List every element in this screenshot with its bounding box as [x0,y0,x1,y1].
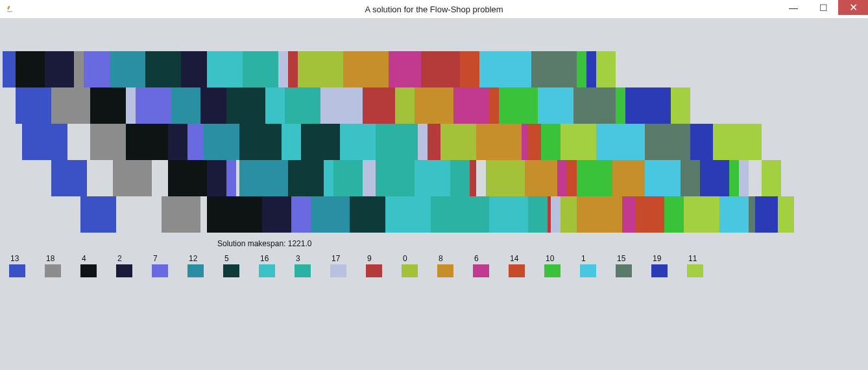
legend-swatch [152,264,168,277]
legend-swatch [116,264,132,277]
minimize-button[interactable]: — [778,0,808,15]
legend-label: 15 [616,254,632,263]
legend-item: 17 [330,254,346,277]
job-block [749,196,755,233]
legend-label: 14 [509,254,525,263]
job-block [415,160,450,196]
legend-swatch [187,264,204,277]
job-block [265,87,285,124]
job-block [243,51,278,87]
job-block [278,51,288,87]
legend-item: 14 [509,254,525,277]
job-block [528,196,548,233]
job-block [499,87,538,124]
job-block [431,196,489,233]
job-block [421,51,460,87]
legend-label: 19 [651,254,668,263]
job-block [90,87,126,124]
legend-item: 5 [223,254,239,277]
job-block [440,124,476,160]
legend-item: 10 [544,254,561,277]
window-titlebar: A solution for the Flow-Shop problem — ☐… [0,0,868,19]
job-block [113,160,152,196]
job-block [226,160,236,196]
legend: 131842712516317908614101151911 [9,254,859,277]
status-text: Solution makespan: 1221.0 [217,239,311,248]
job-block [460,51,479,87]
maximize-button[interactable]: ☐ [808,0,838,15]
job-block [16,87,51,124]
legend-label: 18 [45,254,61,263]
legend-label: 4 [80,254,97,263]
job-block [324,160,333,196]
job-block [288,51,298,87]
job-block [90,124,126,160]
legend-label: 13 [9,254,25,263]
job-block [350,196,385,233]
job-block [333,160,363,196]
close-button[interactable]: ✕ [838,0,868,15]
legend-swatch [544,264,561,277]
job-block [577,160,612,196]
legend-swatch [259,264,275,277]
legend-swatch [437,264,453,277]
job-block [239,160,288,196]
job-block [207,51,243,87]
legend-label: 17 [330,254,346,263]
job-block [239,124,282,160]
machine-row [3,160,794,196]
job-block [200,87,226,124]
legend-item: 16 [259,254,275,277]
job-block [616,87,625,124]
job-block [664,196,684,233]
legend-item: 9 [366,254,382,277]
job-block [187,124,204,160]
job-block [363,160,376,196]
job-block [288,160,324,196]
job-block [428,124,440,160]
job-block [577,51,586,87]
legend-label: 7 [152,254,168,263]
legend-swatch [223,264,239,277]
job-block [586,51,596,87]
job-block [301,124,340,160]
job-block [415,87,453,124]
legend-label: 11 [687,254,703,263]
machine-row [3,196,794,233]
job-block [311,196,350,233]
legend-label: 1 [580,254,596,263]
job-block [298,51,343,87]
legend-swatch [402,264,418,277]
machine-row [3,51,794,87]
legend-label: 10 [544,254,561,263]
job-block [596,124,645,160]
legend-label: 5 [223,254,239,263]
legend-item: 11 [687,254,703,277]
legend-swatch [45,264,61,277]
legend-item: 12 [187,254,204,277]
job-block [739,160,749,196]
job-block [285,87,320,124]
legend-label: 2 [116,254,132,263]
job-block [567,160,577,196]
legend-label: 16 [259,254,275,263]
legend-swatch [616,264,632,277]
job-block [762,160,781,196]
job-block [80,196,116,233]
legend-swatch [580,264,596,277]
job-block [622,196,635,233]
job-block [376,124,418,160]
job-block [171,87,200,124]
legend-swatch [687,264,703,277]
job-block [385,196,431,233]
legend-swatch [366,264,382,277]
job-block [551,196,561,233]
job-block [168,124,187,160]
job-block [778,196,794,233]
job-block [625,87,671,124]
legend-swatch [80,264,97,277]
legend-item: 6 [473,254,489,277]
job-block [525,160,557,196]
job-block [489,196,528,233]
job-block [479,51,531,87]
